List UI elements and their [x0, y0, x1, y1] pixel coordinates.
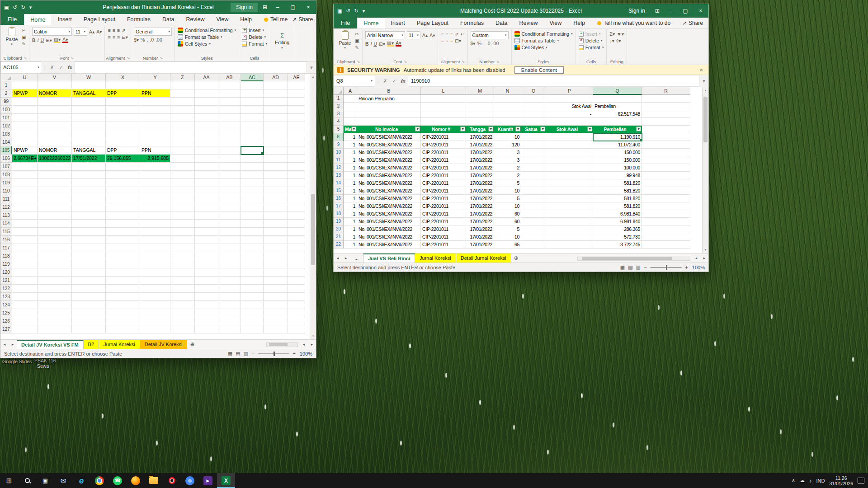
- cell-AE125[interactable]: [288, 309, 305, 317]
- align-center-icon[interactable]: ≡: [446, 38, 448, 43]
- insert-cells-button[interactable]: Insert▾: [242, 28, 267, 33]
- cell-U99[interactable]: [12, 98, 38, 106]
- fill-color-icon[interactable]: ▨▾: [54, 37, 61, 43]
- cell-Z120[interactable]: [170, 268, 195, 277]
- cell-U110[interactable]: [12, 187, 38, 195]
- cell-AA120[interactable]: [195, 268, 218, 277]
- cell-M2[interactable]: [466, 103, 494, 110]
- cell-AE1[interactable]: [288, 81, 305, 89]
- cell-AD120[interactable]: [264, 268, 288, 277]
- cell-AB125[interactable]: [218, 309, 241, 317]
- row-header-22[interactable]: 22: [334, 241, 344, 249]
- underline-button[interactable]: U: [373, 41, 377, 47]
- column-header-O[interactable]: O: [521, 87, 546, 95]
- cell-AE121[interactable]: [288, 277, 305, 285]
- cell-U123[interactable]: [12, 293, 38, 301]
- cell-Z101[interactable]: [170, 114, 195, 122]
- cell-AA107[interactable]: [195, 163, 218, 171]
- row-header-9[interactable]: 9: [334, 141, 344, 149]
- row-header-105[interactable]: 105: [0, 146, 12, 155]
- font-name-select[interactable]: Calibri▾: [32, 28, 72, 36]
- cell-A21[interactable]: 1: [344, 233, 357, 241]
- row-header-100[interactable]: 100: [0, 106, 12, 114]
- cell-AC101[interactable]: [241, 114, 264, 122]
- sign-in-button[interactable]: Sign in: [623, 6, 651, 15]
- cell-X106[interactable]: 29.156.055: [106, 155, 140, 163]
- cell-Z115[interactable]: [170, 228, 195, 236]
- maximize-button[interactable]: ▢: [678, 4, 693, 18]
- cell-B10[interactable]: No. 001/CSI/EX/INV/I/2022: [357, 149, 421, 156]
- cell-AE109[interactable]: [288, 179, 305, 187]
- column-header-W[interactable]: W: [72, 74, 106, 81]
- cell-L21[interactable]: CIP-2201011: [421, 233, 466, 241]
- cell-AE102[interactable]: [288, 122, 305, 130]
- row-header-16[interactable]: 16: [334, 195, 344, 202]
- redo-icon[interactable]: ↻: [354, 8, 359, 14]
- cell-B8[interactable]: No. 001/CSI/EX/INV/I/2022: [357, 133, 421, 141]
- cell-M16[interactable]: 17/01/2022: [466, 195, 494, 202]
- cell-R1[interactable]: [642, 95, 690, 103]
- cell-A22[interactable]: 1: [344, 241, 357, 249]
- cell-AA112[interactable]: [195, 203, 218, 211]
- language-indicator[interactable]: IND: [816, 478, 825, 483]
- number-dialog-launcher-icon[interactable]: ⇘: [160, 56, 163, 60]
- cell-AE113[interactable]: [288, 211, 305, 220]
- right-horizontal-scrollbar[interactable]: [577, 256, 690, 261]
- cell-U1[interactable]: [12, 81, 38, 89]
- cell-W101[interactable]: [72, 114, 106, 122]
- cell-L3[interactable]: [421, 110, 466, 118]
- cell-N9[interactable]: 120: [494, 141, 521, 149]
- cell-Z102[interactable]: [170, 122, 195, 130]
- excel-icon[interactable]: X: [217, 473, 235, 488]
- cell-AE120[interactable]: [288, 268, 305, 277]
- right-spreadsheet-grid[interactable]: ABLMNOPQR1Rincian Penjualan2Stok AwalPem…: [334, 87, 702, 253]
- grow-font-icon[interactable]: A▴: [89, 29, 94, 34]
- cell-M4[interactable]: [466, 118, 494, 126]
- clear-icon[interactable]: ◊▾: [616, 38, 621, 43]
- filter-dropdown-icon[interactable]: ▾: [351, 127, 356, 131]
- column-header-AE[interactable]: AE: [288, 74, 305, 81]
- cell-N8[interactable]: 10: [494, 133, 521, 141]
- hscroll-left-icon[interactable]: ◂: [692, 253, 700, 263]
- cell-AE100[interactable]: [288, 106, 305, 114]
- cell-V103[interactable]: [38, 130, 72, 138]
- cell-Z122[interactable]: [170, 285, 195, 293]
- cell-Z105[interactable]: [170, 146, 195, 155]
- cell-AA110[interactable]: [195, 187, 218, 195]
- task-view-icon[interactable]: ▣: [36, 473, 54, 488]
- cell-A15[interactable]: 1: [344, 187, 357, 195]
- column-header-X[interactable]: X: [106, 74, 140, 81]
- row-header-113[interactable]: 113: [0, 211, 12, 220]
- cell-Z99[interactable]: [170, 98, 195, 106]
- volume-icon[interactable]: ♪: [809, 478, 812, 483]
- cell-M18[interactable]: 17/01/2022: [466, 210, 494, 218]
- whatsapp-icon[interactable]: ☎: [108, 473, 127, 488]
- left-titlebar[interactable]: ▣ ↺ ↻ ▾ Penjelasan dan Rincian Jurnal Ko…: [0, 0, 316, 14]
- left-horizontal-scrollbar[interactable]: [266, 342, 298, 347]
- filter-dropdown-icon[interactable]: ▾: [415, 127, 420, 131]
- ribbon-tab-data[interactable]: Data: [156, 14, 180, 25]
- cell-X122[interactable]: [106, 285, 140, 293]
- cell-U108[interactable]: [12, 171, 38, 179]
- cell-AA126[interactable]: [195, 317, 218, 325]
- cell-Y110[interactable]: [140, 187, 170, 195]
- cell-L1[interactable]: [421, 95, 466, 103]
- cell-L15[interactable]: CIP-2201011: [421, 187, 466, 195]
- cell-U121[interactable]: [12, 277, 38, 285]
- row-header-11[interactable]: 11: [334, 156, 344, 164]
- cell-AA123[interactable]: [195, 293, 218, 301]
- row-header-109[interactable]: 109: [0, 179, 12, 187]
- column-header-AA[interactable]: AA: [195, 74, 218, 81]
- cell-Z116[interactable]: [170, 236, 195, 244]
- cell-U119[interactable]: [12, 260, 38, 268]
- cell-AE108[interactable]: [288, 171, 305, 179]
- row-header-5[interactable]: 5: [334, 126, 344, 133]
- formula-bar-expand-icon[interactable]: ▾: [699, 75, 708, 87]
- cell-AB101[interactable]: [218, 114, 241, 122]
- font-dialog-launcher-icon[interactable]: ⇘: [404, 60, 407, 64]
- cell-W2[interactable]: TANGGAL: [72, 89, 106, 98]
- cell-X103[interactable]: [106, 130, 140, 138]
- row-header-127[interactable]: 127: [0, 325, 12, 333]
- cell-M17[interactable]: 17/01/2022: [466, 202, 494, 210]
- column-header-U[interactable]: U: [12, 74, 38, 81]
